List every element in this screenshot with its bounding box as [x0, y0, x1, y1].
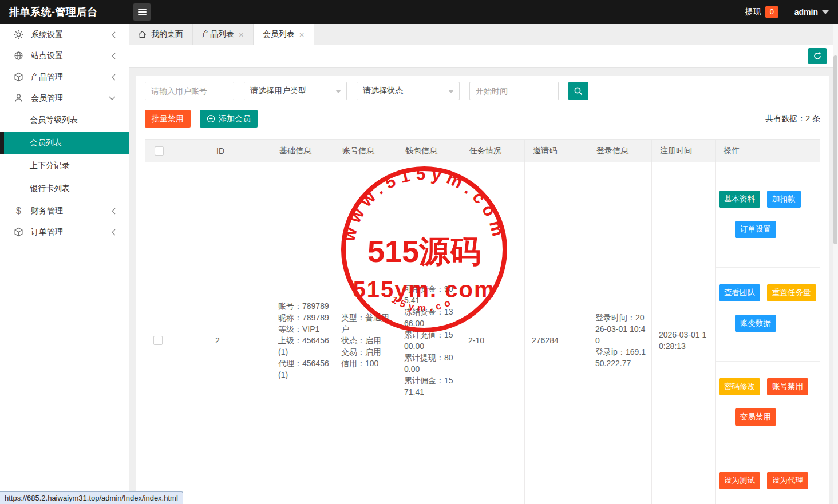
sidebar-item-member-management[interactable]: 会员管理: [0, 88, 129, 109]
sidebar-subitem-label: 上下分记录: [30, 161, 70, 171]
account-change-data-button[interactable]: 账变数据: [735, 315, 776, 332]
cell-task-status: 2-10: [461, 162, 525, 504]
sidebar-item-label: 财务管理: [31, 206, 63, 216]
col-header-task: 任务情况: [461, 140, 525, 162]
sidebar-item-product-management[interactable]: 产品管理: [0, 66, 129, 88]
row-checkbox[interactable]: [153, 336, 163, 345]
status-select[interactable]: 请选择状态: [357, 82, 460, 100]
chevron-left-icon: [111, 228, 116, 236]
sidebar-item-member-list[interactable]: 会员列表: [0, 132, 129, 154]
withdraw-label: 提现: [745, 7, 761, 17]
chevron-left-icon: [111, 207, 116, 215]
sidebar-subitem-label: 会员等级列表: [30, 115, 78, 125]
add-deduct-button[interactable]: 加扣款: [767, 191, 801, 208]
cube-icon: [14, 227, 23, 237]
cell-wallet-info: 可用资金：905.41 冻结资金：1366.00 累计充值：1500.00 累计…: [397, 162, 461, 504]
select-all-checkbox[interactable]: [155, 146, 164, 156]
globe-icon: [14, 51, 23, 61]
sidebar-subitem-label: 会员列表: [30, 138, 62, 148]
total-count-text: 共有数据：2 条: [765, 114, 820, 124]
sidebar-item-order-management[interactable]: 订单管理: [0, 221, 129, 243]
sidebar-item-points-record[interactable]: 上下分记录: [0, 154, 129, 177]
username: admin: [794, 7, 818, 17]
sidebar-subitem-label: 银行卡列表: [30, 184, 70, 194]
col-header-basic: 基础信息: [271, 140, 334, 162]
menu-toggle-button[interactable]: [133, 3, 151, 21]
search-icon: [574, 86, 583, 96]
start-time-input[interactable]: [469, 82, 559, 100]
chevron-down-icon: [822, 10, 829, 14]
col-header-id: ID: [208, 140, 271, 162]
chevron-down-icon: [108, 96, 116, 101]
scrollbar-track[interactable]: [833, 24, 838, 504]
basic-profile-button[interactable]: 基本资料: [719, 191, 760, 208]
status-select-placeholder: 请选择状态: [363, 86, 403, 96]
member-table: ID 基础信息 账号信息 钱包信息 任务情况 邀请码 登录信息 注册时间 操作 …: [145, 139, 820, 504]
cell-register-time: 2026-03-01 10:28:13: [652, 162, 716, 504]
tab-label: 我的桌面: [151, 29, 183, 39]
user-icon: [14, 93, 23, 103]
tab-label: 会员列表: [263, 29, 295, 39]
close-icon[interactable]: ×: [299, 30, 305, 39]
sidebar-item-finance-management[interactable]: $ 财务管理: [0, 200, 129, 221]
user-type-select[interactable]: 请选择用户类型: [244, 82, 347, 100]
scrollbar-thumb[interactable]: [833, 55, 837, 244]
link-preview-statusbar: https://685.2.haiwaiym31.top/admin/Index…: [0, 491, 183, 504]
gear-icon: [14, 30, 23, 39]
view-team-button[interactable]: 查看团队: [719, 284, 760, 301]
sidebar-item-system-settings[interactable]: 系统设置: [0, 24, 129, 45]
cell-basic-info: 账号：789789 昵称：789789 等级：VIP1 上级：456456(1)…: [271, 162, 334, 504]
sidebar-item-label: 站点设置: [31, 51, 63, 61]
refresh-icon: [813, 51, 822, 61]
add-member-button[interactable]: 添加会员: [200, 110, 258, 128]
col-header-login: 登录信息: [588, 140, 652, 162]
table-actions-bar: 批量禁用 添加会员 共有数据：2 条: [145, 110, 820, 128]
cell-invite-code: 276284: [525, 162, 588, 504]
search-button[interactable]: [568, 82, 588, 100]
user-type-select-placeholder: 请选择用户类型: [250, 86, 306, 96]
withdraw-badge: 0: [765, 6, 778, 18]
change-password-button[interactable]: 密码修改: [719, 378, 760, 395]
sidebar-item-label: 会员管理: [31, 93, 63, 104]
main-content: 我的桌面 产品列表 × 会员列表 × 请选择用户类型 请选择状态: [129, 24, 838, 504]
chevron-left-icon: [111, 73, 116, 81]
tab-product-list[interactable]: 产品列表 ×: [193, 24, 254, 45]
app-title: 排单系统-管理后台: [9, 0, 98, 24]
chevron-down-icon: [335, 90, 341, 93]
reset-task-button[interactable]: 重置任务量: [767, 284, 816, 301]
tab-my-desktop[interactable]: 我的桌面: [129, 24, 193, 45]
plus-circle-icon: [207, 114, 215, 123]
cell-actions: 基本资料 加扣款 订单设置 查看团队 重置任务量: [716, 162, 820, 504]
close-icon[interactable]: ×: [239, 30, 244, 39]
content-toolbar: [129, 45, 838, 68]
chevron-left-icon: [111, 52, 116, 60]
account-search-input[interactable]: [145, 82, 234, 100]
sidebar-item-member-level-list[interactable]: 会员等级列表: [0, 109, 129, 132]
cell-id: 2: [208, 162, 271, 504]
member-list-panel: 请选择用户类型 请选择状态 批量禁用 添加会员: [136, 76, 829, 504]
tab-bar: 我的桌面 产品列表 × 会员列表 ×: [129, 24, 838, 45]
table-row: 2 账号：789789 昵称：789789 等级：VIP1 上级：456456(…: [145, 162, 820, 504]
set-test-button[interactable]: 设为测试: [719, 472, 760, 489]
col-header-wallet: 钱包信息: [397, 140, 461, 162]
tab-member-list[interactable]: 会员列表 ×: [254, 24, 314, 45]
user-menu[interactable]: admin: [794, 7, 829, 17]
sidebar-item-site-settings[interactable]: 站点设置: [0, 45, 129, 66]
sidebar-item-label: 系统设置: [31, 30, 63, 40]
batch-disable-button[interactable]: 批量禁用: [145, 110, 191, 128]
disable-account-button[interactable]: 账号禁用: [767, 378, 808, 395]
order-settings-button[interactable]: 订单设置: [735, 221, 776, 238]
sidebar-item-bank-card-list[interactable]: 银行卡列表: [0, 177, 129, 200]
filter-bar: 请选择用户类型 请选择状态: [145, 82, 820, 100]
chevron-left-icon: [111, 31, 116, 39]
set-agent-button[interactable]: 设为代理: [767, 472, 808, 489]
cell-login-info: 登录时间：2026-03-01 10:40 登录ip：169.150.222.7…: [588, 162, 652, 504]
sidebar: 系统设置 站点设置 产品管理 会员管理 会员等级列表 会员列表 上下分记录 银行…: [0, 24, 129, 504]
refresh-button[interactable]: [808, 48, 827, 64]
sidebar-item-label: 产品管理: [31, 72, 63, 82]
topbar: 排单系统-管理后台 提现 0 admin: [0, 0, 838, 24]
cube-icon: [14, 72, 23, 82]
withdraw-link[interactable]: 提现 0: [745, 6, 778, 18]
col-header-account: 账号信息: [334, 140, 397, 162]
disable-trade-button[interactable]: 交易禁用: [735, 408, 776, 426]
